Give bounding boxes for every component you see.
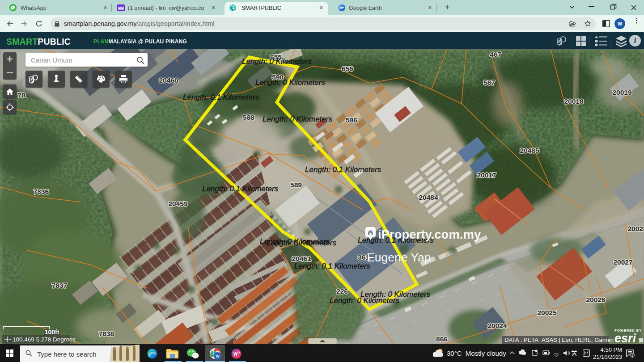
svg-text:20484: 20484 <box>419 194 438 201</box>
svg-text:7837: 7837 <box>52 282 67 289</box>
svg-text:100.469 5.278 Degrees: 100.469 5.278 Degrees <box>13 336 76 343</box>
svg-text:588: 588 <box>243 114 254 121</box>
svg-text:7838: 7838 <box>99 330 114 337</box>
svg-text:Length: 0 Kilometers: Length: 0 Kilometers <box>242 57 312 66</box>
svg-text:656: 656 <box>342 65 353 72</box>
svg-text:Length: 0 Kilometers: Length: 0 Kilometers <box>267 239 336 247</box>
svg-text:20025: 20025 <box>537 309 556 316</box>
svg-text:467: 467 <box>490 51 501 58</box>
svg-text:Length: 0 Kilometers: Length: 0 Kilometers <box>330 296 399 305</box>
svg-text:20459: 20459 <box>168 200 187 207</box>
svg-text:20017: 20017 <box>477 171 496 179</box>
svg-text:Length: 0.1 Kilometers: Length: 0.1 Kilometers <box>202 185 279 193</box>
svg-text:Length: 0 Kilometers: Length: 0 Kilometers <box>255 78 325 87</box>
svg-text:587: 587 <box>483 79 495 86</box>
svg-text:Length: 0 Kilometers: Length: 0 Kilometers <box>263 115 332 123</box>
svg-text:20485: 20485 <box>520 147 539 154</box>
svg-text:20028: 20028 <box>627 225 644 232</box>
svg-text:586: 586 <box>346 116 357 124</box>
svg-text:Length: 0.1 Kilometers: Length: 0.1 Kilometers <box>294 262 371 270</box>
svg-text:20461: 20461 <box>292 255 311 262</box>
svg-text:esri: esri <box>614 332 636 344</box>
svg-text:iProperty.com.my: iProperty.com.my <box>378 227 481 241</box>
svg-text:Length: 0.1 Kilometers: Length: 0.1 Kilometers <box>183 93 259 101</box>
svg-text:7836: 7836 <box>34 188 49 195</box>
svg-text:20027: 20027 <box>613 258 632 266</box>
svg-text:20026: 20026 <box>586 296 605 303</box>
svg-text:78: 78 <box>17 91 25 99</box>
svg-text:226: 226 <box>336 287 348 295</box>
svg-text:Length: 0.1 Kilometers: Length: 0.1 Kilometers <box>305 165 381 174</box>
svg-text:20024: 20024 <box>487 322 507 329</box>
svg-text:589: 589 <box>290 181 302 189</box>
svg-text:866: 866 <box>436 335 448 343</box>
svg-text:W: W <box>216 354 220 358</box>
svg-text:20019: 20019 <box>612 88 631 96</box>
svg-text:1: 1 <box>631 354 634 358</box>
svg-text:Eugene Yap: Eugene Yap <box>367 251 431 264</box>
svg-text:20018: 20018 <box>564 97 583 105</box>
svg-text:100ft: 100ft <box>45 328 59 336</box>
svg-text:DATA : PETA_ASAS | Esri, HERE,: DATA : PETA_ASAS | Esri, HERE, Garmin <box>504 337 614 343</box>
svg-text:20460: 20460 <box>159 76 178 84</box>
